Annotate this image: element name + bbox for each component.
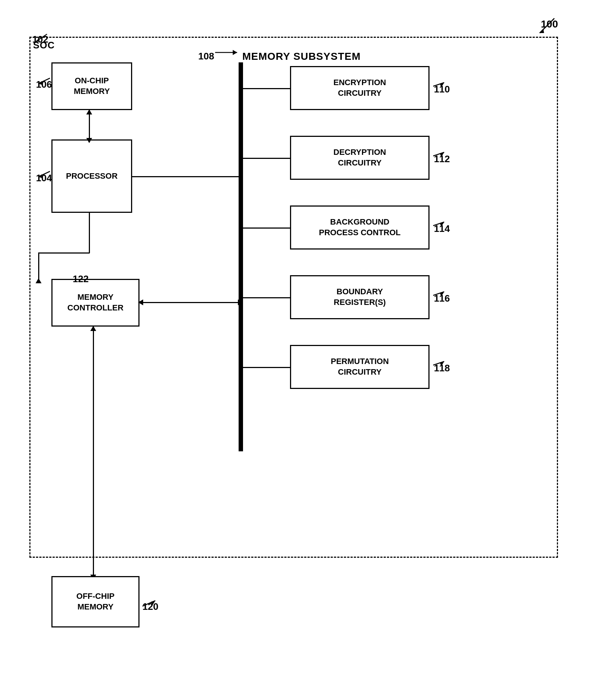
proc-down-line-2	[38, 252, 39, 280]
permutation-circuitry-box: PERMUTATIONCIRCUITRY	[290, 345, 430, 389]
memory-controller-box: MEMORYCONTROLLER	[51, 279, 139, 327]
hc-permutation	[243, 367, 290, 368]
boundary-register-box: BOUNDARYREGISTER(S)	[290, 275, 430, 319]
boundary-register-label: BOUNDARYREGISTER(S)	[334, 287, 386, 307]
mc-bus-arrow	[139, 302, 239, 303]
proc-left-line	[38, 252, 90, 254]
svg-marker-13	[440, 152, 444, 157]
hc-encryption	[243, 88, 290, 89]
processor-box: PROCESSOR	[51, 139, 132, 213]
arrowhead-down-1	[86, 138, 92, 143]
svg-marker-1	[540, 29, 544, 33]
hc-bgprocess	[243, 227, 290, 229]
svg-marker-19	[440, 361, 444, 366]
ref-arrow-106	[35, 76, 55, 85]
proc-down-line	[89, 213, 90, 253]
vertical-bus	[239, 62, 243, 451]
hc-boundary	[243, 297, 290, 298]
arrowhead-left-mc	[138, 299, 143, 305]
processor-label: PROCESSOR	[66, 171, 118, 181]
svg-marker-9	[233, 50, 237, 55]
background-process-control-label: BACKGROUNDPROCESS CONTROL	[319, 217, 401, 238]
decryption-circuitry-box: DECRYPTIONCIRCUITRY	[290, 136, 430, 180]
encryption-circuitry-label: ENCRYPTIONCIRCUITRY	[333, 77, 386, 98]
ref-arrow-110	[430, 81, 450, 90]
decryption-circuitry-label: DECRYPTIONCIRCUITRY	[333, 147, 386, 168]
on-chip-memory-label: ON-CHIPMEMORY	[74, 76, 110, 97]
arrowhead-up-mc	[90, 326, 96, 331]
ref-arrow-120	[139, 599, 161, 608]
svg-marker-15	[440, 222, 444, 227]
svg-marker-3	[36, 38, 40, 42]
ref-arrow-112	[430, 150, 450, 160]
off-chip-memory-label: OFF-CHIPMEMORY	[76, 591, 115, 612]
svg-marker-21	[151, 601, 155, 605]
ref-arrow-118	[430, 360, 450, 369]
arrow-proc-bus-h	[132, 176, 240, 177]
off-chip-memory-box: OFF-CHIPMEMORY	[51, 576, 139, 627]
svg-marker-11	[440, 83, 444, 87]
svg-marker-17	[440, 292, 444, 296]
ref-arrow-100	[532, 15, 565, 37]
ref-arrow-108	[197, 47, 244, 58]
diagram: 100 SOC 102 ON-CHIPMEMORY 106 PROCESSOR …	[22, 15, 587, 675]
ref-122: 122	[73, 273, 88, 285]
permutation-circuitry-label: PERMUTATIONCIRCUITRY	[331, 356, 389, 377]
memory-controller-label: MEMORYCONTROLLER	[68, 292, 124, 313]
memory-subsystem-label: MEMORY SUBSYSTEM	[242, 51, 360, 62]
ref-arrow-104	[35, 170, 55, 179]
background-process-control-box: BACKGROUNDPROCESS CONTROL	[290, 205, 430, 250]
ref-arrow-102	[32, 32, 54, 43]
arrowhead-up-1	[86, 109, 92, 114]
mc-to-offchip-v	[93, 327, 94, 576]
ref-arrow-116	[430, 290, 450, 299]
hc-decryption	[243, 158, 290, 159]
arrowhead-into-mc	[36, 278, 41, 283]
encryption-circuitry-box: ENCRYPTIONCIRCUITRY	[290, 66, 430, 110]
on-chip-memory-box: ON-CHIPMEMORY	[51, 62, 132, 110]
ref-arrow-114	[430, 220, 450, 229]
